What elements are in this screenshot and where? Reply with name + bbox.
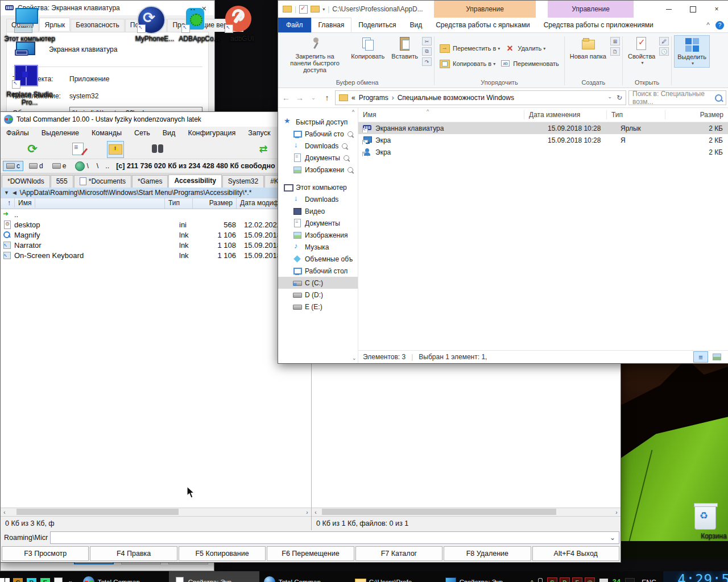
col-date-modified[interactable]: Дата изменения <box>524 110 607 119</box>
back-icon[interactable]: ◀ <box>13 190 16 196</box>
chevron-down-icon[interactable]: ⌄ <box>610 534 615 542</box>
tc-fkey-button[interactable]: F7 Каталог <box>355 546 442 561</box>
delete-button[interactable]: Удалить▾ <box>503 43 548 55</box>
paperclip-tray-icon[interactable] <box>538 578 543 582</box>
quick-launch-doc-icon[interactable] <box>54 577 63 582</box>
up-icon[interactable]: ↑ <box>321 93 333 102</box>
desktop-icon-adbappcontrol[interactable]: ADBAppCo... <box>171 6 220 43</box>
sidebar-item[interactable]: Рабочий стол <box>278 265 358 277</box>
updir-button[interactable]: .. <box>103 162 111 170</box>
maximize-icon[interactable] <box>681 1 705 18</box>
breadcrumb-accessibility[interactable]: Специальные возможности Windows <box>398 94 514 102</box>
tc-col-name[interactable]: ↑Имя <box>1 198 165 209</box>
move-to-button[interactable]: Переместить в▾ <box>437 43 503 55</box>
dialog-tab[interactable]: Ярлык <box>39 18 70 31</box>
tray-expand-icon[interactable]: ^ <box>531 579 533 582</box>
search-input[interactable]: Поиск в: Специальные возм... <box>628 90 726 105</box>
tc-fkey-button[interactable]: F6 Перемещение <box>267 546 354 561</box>
folder-warning-button[interactable] <box>107 141 124 158</box>
history-icon[interactable]: ▼ <box>4 190 9 196</box>
sidebar-item[interactable]: Музыка <box>278 241 358 253</box>
tc-fkey-button[interactable]: F3 Просмотр <box>2 546 89 561</box>
sidebar-item[interactable]: D (D:) <box>278 289 358 301</box>
tc-folder-tab[interactable]: *DOWNlods <box>2 175 50 188</box>
quick-launch-drive[interactable]: C <box>13 578 23 582</box>
sidebar-item[interactable]: Быстрый доступ <box>278 116 358 128</box>
tray-drive-icon[interactable]: D <box>560 577 570 582</box>
tc-menu-item[interactable]: Конфигурация <box>188 129 235 137</box>
start-button[interactable] <box>0 571 10 582</box>
copy-to-button[interactable]: Копировать в▾ <box>437 58 498 70</box>
tc-file-row[interactable]: Narrator lnk 1 108 15.09.2018 <box>1 240 311 250</box>
edit-list-button[interactable] <box>70 141 86 157</box>
context-tab-app-tools[interactable]: Управление <box>548 1 634 18</box>
tc-col-size[interactable]: Размер <box>193 198 237 209</box>
folder-icon[interactable] <box>283 6 292 13</box>
new-folder-button[interactable]: Новая папка <box>567 34 609 60</box>
tc-folder-tab[interactable]: *Documents <box>74 175 131 188</box>
tab-file[interactable]: Файл <box>278 18 311 32</box>
tc-fkey-button[interactable]: F4 Правка <box>90 546 177 561</box>
tc-col-type[interactable]: Тип <box>165 198 193 209</box>
root-button[interactable]: \ <box>94 162 101 170</box>
tab-view[interactable]: Вид <box>403 18 429 32</box>
refresh-button[interactable]: ⟳ <box>24 141 40 157</box>
properties-button[interactable]: Свойства▾ <box>625 34 658 66</box>
tc-menu-item[interactable]: Файлы <box>6 129 29 137</box>
taskbar-button[interactable]: Свойства: Экр... <box>440 571 531 582</box>
properties-qat-icon[interactable] <box>299 5 308 14</box>
taskbar-button[interactable]: C:\Users\Profe... <box>350 571 440 582</box>
thumbnails-view-button[interactable] <box>709 351 724 363</box>
tc-path-bar[interactable]: ▼ ◀ \AppData\Roaming\Microsoft\Windows\S… <box>1 188 311 198</box>
tc-menu-item[interactable]: Вид <box>163 129 176 137</box>
history-icon[interactable]: 🕓 <box>659 47 669 56</box>
tc-folder-tab[interactable]: Accessibility <box>168 174 221 188</box>
tc-fkey-button[interactable]: F8 Удаление <box>444 546 531 561</box>
tray-black-icon[interactable] <box>625 578 635 582</box>
tc-file-row[interactable]: On-Screen Keyboard lnk 1 106 15.09.2018 <box>1 250 311 260</box>
sidebar-item[interactable]: Рабочий сто <box>278 128 358 140</box>
tab-home[interactable]: Главная <box>311 18 352 32</box>
tc-right-hscrollbar[interactable]: ‹› <box>312 508 621 516</box>
drive-button[interactable]: e <box>49 161 70 171</box>
sidebar-item[interactable]: E (E:) <box>278 301 358 313</box>
folder-icon[interactable] <box>311 6 320 13</box>
sidebar-item[interactable]: Этот компьютер <box>278 181 358 193</box>
tc-file-row[interactable]: Magnify lnk 1 106 15.09.2018 <box>1 230 311 240</box>
tab-application-tools[interactable]: Средства работы с приложениями <box>537 18 660 32</box>
tray-temp-number[interactable]: 34 <box>613 578 621 582</box>
swap-panels-button[interactable]: ⇄ <box>255 141 271 157</box>
sidebar-scrollbar[interactable]: ^⌄ <box>351 108 358 363</box>
paste-shortcut-icon[interactable]: ↷ <box>422 57 432 66</box>
sidebar-item[interactable]: Документы <box>278 152 358 164</box>
qat-customize-icon[interactable]: ▾ <box>322 7 325 12</box>
tc-fkey-button[interactable]: Alt+F4 Выход <box>532 546 619 561</box>
col-size[interactable]: Размер <box>665 110 728 119</box>
taskbar-button[interactable]: Total Comman... <box>259 571 350 582</box>
sidebar-item[interactable]: Документы <box>278 217 358 229</box>
dialog-tab[interactable]: Безопасность <box>71 19 125 32</box>
drive-button[interactable]: c <box>3 161 23 171</box>
col-type[interactable]: Тип <box>607 110 665 119</box>
close-icon[interactable]: × <box>705 1 728 18</box>
details-view-button[interactable]: ≣ <box>693 351 708 363</box>
quick-launch-drive[interactable]: D <box>27 578 36 582</box>
col-name[interactable]: Имя <box>358 110 524 119</box>
sidebar-item[interactable]: Изображени <box>278 164 358 176</box>
tray-drive-icon[interactable]: @ <box>585 577 595 582</box>
sidebar-item[interactable]: Видео <box>278 205 358 217</box>
cut-icon[interactable]: ✂ <box>422 37 432 45</box>
tc-folder-tab[interactable]: System32 <box>222 175 264 188</box>
help-icon[interactable]: ? <box>715 21 724 30</box>
tc-menu-item[interactable]: Команды <box>92 129 122 137</box>
desktop-icon-replace-studio[interactable]: Replace Studio Pro... <box>1 61 50 106</box>
forward-icon[interactable]: → <box>294 93 305 102</box>
select-button[interactable]: Выделить▾ <box>674 35 710 68</box>
tray-white-icon[interactable] <box>599 579 608 582</box>
pin-to-quick-access-button[interactable]: Закрепить на панели быстрого доступа <box>283 34 347 73</box>
back-icon[interactable]: ← <box>280 93 292 102</box>
breadcrumb-programs[interactable]: Programs <box>359 94 388 102</box>
ribbon-collapse-icon[interactable]: ^ <box>706 21 710 29</box>
refresh-icon[interactable]: ↻ <box>617 94 622 102</box>
desktop-icon-myphoneexplorer[interactable]: MyPhoneE... <box>126 6 175 43</box>
